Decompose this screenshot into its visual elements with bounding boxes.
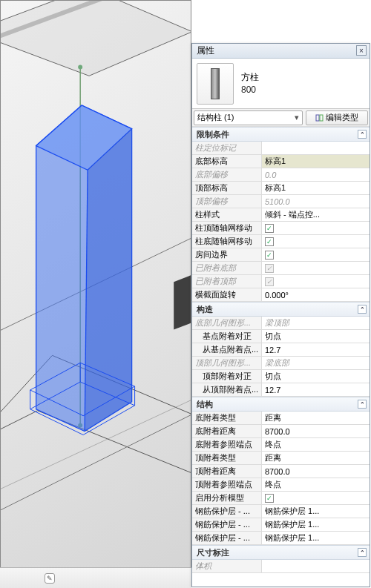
group-header-label: 构造 — [197, 304, 213, 315]
property-label: 顶附着参照端点 — [192, 478, 262, 491]
property-value[interactable]: 终点 — [262, 438, 370, 451]
property-value[interactable]: 切点 — [262, 330, 370, 343]
property-value[interactable]: 0.000° — [262, 288, 370, 301]
viewport-canvas — [1, 1, 191, 587]
property-value[interactable]: 切点 — [262, 370, 370, 383]
property-row: 房间边界✓ — [192, 248, 370, 262]
properties-title-text: 属性 — [197, 44, 214, 57]
property-label: 顶部几何图形... — [192, 357, 262, 369]
property-row: 横截面旋转0.000° — [192, 288, 370, 302]
checkbox[interactable]: ✓ — [265, 224, 274, 233]
collapse-icon[interactable]: ⌃ — [358, 548, 367, 557]
property-label: 从顶部附着点... — [192, 383, 262, 396]
property-value[interactable]: ✓ — [262, 248, 370, 261]
checkbox[interactable]: ✓ — [265, 251, 274, 260]
property-value[interactable]: 钢筋保护层 1... — [262, 518, 370, 531]
property-value[interactable]: 8700.0 — [262, 425, 370, 437]
collapse-icon[interactable]: ⌃ — [358, 130, 367, 139]
svg-rect-8 — [320, 115, 323, 121]
property-row: 钢筋保护层 - ...钢筋保护层 1... — [192, 505, 370, 518]
family-name: 方柱 — [241, 71, 259, 84]
property-row: 柱底随轴网移动✓ — [192, 235, 370, 248]
category-dropdown[interactable]: 结构柱 (1) — [194, 110, 303, 125]
property-label: 顶部标高 — [192, 182, 262, 194]
collapse-icon[interactable]: ⌃ — [358, 305, 367, 314]
property-value[interactable]: 标高1 — [262, 155, 370, 168]
property-label: 房间边界 — [192, 248, 262, 261]
property-row: 已附着底部✓ — [192, 262, 370, 275]
property-row: 顶附着距离8700.0 — [192, 465, 370, 478]
property-value: 梁底部 — [262, 357, 370, 369]
property-label: 钢筋保护层 - ... — [192, 505, 262, 518]
properties-title-bar[interactable]: 属性 × — [192, 44, 370, 59]
property-label: 顶部附着对正 — [192, 370, 262, 383]
property-label: 已附着顶部 — [192, 275, 262, 288]
property-value[interactable]: 钢筋保护层 1... — [262, 505, 370, 518]
property-label: 底部偏移 — [192, 168, 262, 181]
property-value — [262, 142, 370, 154]
status-icon[interactable] — [45, 573, 55, 584]
model-viewport[interactable] — [0, 0, 191, 588]
group-header[interactable]: 构造⌃ — [192, 302, 370, 317]
property-label: 柱底随轴网移动 — [192, 235, 262, 248]
collapse-icon[interactable]: ⌃ — [358, 400, 367, 409]
property-row: 顶部偏移5100.0 — [192, 195, 370, 208]
properties-grid[interactable]: 限制条件⌃柱定位标记底部标高标高1底部偏移0.0顶部标高标高1顶部偏移5100.… — [192, 127, 370, 587]
edit-type-button[interactable]: 编辑类型 — [306, 110, 368, 125]
group-header-label: 限制条件 — [197, 129, 229, 140]
property-label: 钢筋保护层 - ... — [192, 518, 262, 531]
property-label: 钢筋保护层 - ... — [192, 532, 262, 544]
category-dropdown-label: 结构柱 (1) — [197, 112, 234, 123]
property-row: 柱样式倾斜 - 端点控... — [192, 208, 370, 222]
property-row: 钢筋保护层 - ...钢筋保护层 1... — [192, 532, 370, 545]
property-label: 体积 — [192, 560, 262, 572]
edit-type-icon — [315, 113, 324, 122]
property-row: 钢筋保护层 - ...钢筋保护层 1... — [192, 518, 370, 532]
category-row: 结构柱 (1) 编辑类型 — [192, 109, 370, 127]
property-value: 0.0 — [262, 168, 370, 181]
property-value[interactable]: 12.7 — [262, 383, 370, 396]
property-label: 底附着参照端点 — [192, 438, 262, 451]
svg-rect-7 — [316, 115, 319, 121]
property-value[interactable]: 钢筋保护层 1... — [262, 532, 370, 544]
property-row: 顶部几何图形...梁底部 — [192, 357, 370, 370]
property-row: 已附着顶部✓ — [192, 275, 370, 288]
property-row: 基点附着对正切点 — [192, 330, 370, 343]
property-value[interactable]: 12.7 — [262, 343, 370, 356]
property-label: 顶部偏移 — [192, 195, 262, 208]
property-label: 底附着距离 — [192, 425, 262, 437]
property-value[interactable]: 标高1 — [262, 182, 370, 194]
property-value[interactable]: ✓ — [262, 492, 370, 504]
property-row: 从顶部附着点...12.7 — [192, 383, 370, 397]
property-value[interactable]: 距离 — [262, 412, 370, 424]
property-value: ✓ — [262, 262, 370, 274]
property-label: 启用分析模型 — [192, 492, 262, 504]
checkbox[interactable]: ✓ — [265, 494, 274, 503]
property-row: 底附着参照端点终点 — [192, 438, 370, 452]
checkbox: ✓ — [265, 264, 274, 273]
group-header-label: 尺寸标注 — [197, 547, 229, 558]
property-value[interactable]: 距离 — [262, 452, 370, 464]
property-value[interactable]: 8700.0 — [262, 465, 370, 478]
property-row: 从基点附着点...12.7 — [192, 343, 370, 357]
property-row: 底部偏移0.0 — [192, 168, 370, 182]
close-button[interactable]: × — [356, 45, 367, 56]
type-selector[interactable]: 方柱 800 — [192, 59, 370, 109]
group-header[interactable]: 限制条件⌃ — [192, 127, 370, 142]
checkbox: ✓ — [265, 277, 274, 286]
property-label: 从基点附着点... — [192, 343, 262, 356]
type-text: 方柱 800 — [241, 71, 259, 96]
property-value[interactable]: ✓ — [262, 235, 370, 248]
group-header[interactable]: 尺寸标注⌃ — [192, 545, 370, 560]
property-value[interactable]: 终点 — [262, 478, 370, 491]
property-row: 底附着类型距离 — [192, 412, 370, 425]
property-value[interactable]: ✓ — [262, 222, 370, 234]
checkbox[interactable]: ✓ — [265, 237, 274, 246]
type-thumbnail — [197, 63, 234, 105]
property-row: 顶部附着对正切点 — [192, 370, 370, 383]
property-value[interactable]: 倾斜 - 端点控... — [262, 208, 370, 221]
group-header[interactable]: 结构⌃ — [192, 397, 370, 412]
property-value: 梁顶部 — [262, 317, 370, 329]
type-name: 800 — [241, 84, 259, 96]
property-row: 底部几何图形...梁顶部 — [192, 317, 370, 330]
